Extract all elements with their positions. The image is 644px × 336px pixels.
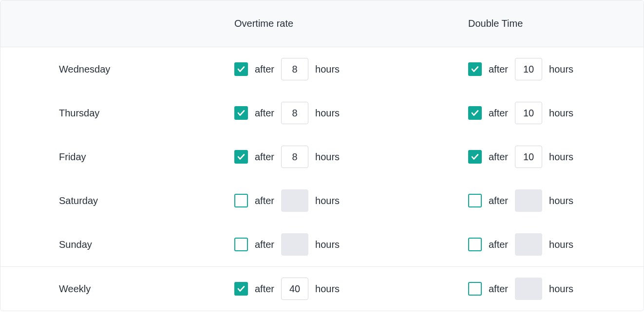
hours-label: hours xyxy=(315,151,340,163)
after-label: after xyxy=(489,283,508,295)
after-label: after xyxy=(255,283,274,295)
hours-label: hours xyxy=(315,64,340,75)
hours-label: hours xyxy=(549,239,573,250)
thursday-overtime-cell: after hours xyxy=(234,102,468,124)
daily-rows: Wednesday after hours after hours Thursd… xyxy=(0,47,644,266)
saturday-doubletime-checkbox[interactable] xyxy=(468,194,482,207)
weekly-doubletime-checkbox[interactable] xyxy=(468,282,482,296)
overtime-settings-panel: Overtime rate Double Time Wednesday afte… xyxy=(0,0,644,311)
saturday-label: Saturday xyxy=(0,195,234,206)
thursday-doubletime-checkbox[interactable] xyxy=(468,106,482,120)
friday-overtime-checkbox[interactable] xyxy=(234,150,248,164)
friday-doubletime-checkbox[interactable] xyxy=(468,150,482,164)
thursday-label: Thursday xyxy=(0,108,234,119)
saturday-overtime-cell: after hours xyxy=(234,189,468,212)
sunday-overtime-input[interactable] xyxy=(281,233,308,256)
table-row: Friday after hours after hours xyxy=(0,135,644,179)
hours-label: hours xyxy=(549,151,573,163)
wednesday-label: Wednesday xyxy=(0,64,234,75)
hours-label: hours xyxy=(549,283,573,295)
sunday-doubletime-checkbox[interactable] xyxy=(468,238,482,251)
friday-overtime-input[interactable] xyxy=(281,146,308,168)
friday-overtime-cell: after hours xyxy=(234,146,468,168)
thursday-overtime-input[interactable] xyxy=(281,102,308,124)
saturday-overtime-checkbox[interactable] xyxy=(234,194,248,207)
after-label: after xyxy=(255,108,274,119)
after-label: after xyxy=(255,151,274,163)
hours-label: hours xyxy=(549,64,573,75)
header-overtime: Overtime rate xyxy=(234,18,468,29)
saturday-doubletime-input[interactable] xyxy=(515,189,542,212)
sunday-overtime-cell: after hours xyxy=(234,233,468,256)
wednesday-overtime-cell: after hours xyxy=(234,58,468,80)
table-header: Overtime rate Double Time xyxy=(0,0,644,47)
table-row: Wednesday after hours after hours xyxy=(0,47,644,91)
sunday-overtime-checkbox[interactable] xyxy=(234,238,248,251)
after-label: after xyxy=(255,239,274,250)
wednesday-overtime-input[interactable] xyxy=(281,58,308,80)
after-label: after xyxy=(255,195,274,206)
hours-label: hours xyxy=(315,239,340,250)
weekly-overtime-checkbox[interactable] xyxy=(234,282,248,296)
after-label: after xyxy=(489,239,508,250)
hours-label: hours xyxy=(549,195,573,206)
wednesday-doubletime-cell: after hours xyxy=(468,58,644,80)
saturday-overtime-input[interactable] xyxy=(281,189,308,212)
after-label: after xyxy=(489,64,508,75)
after-label: after xyxy=(255,64,274,75)
sunday-doubletime-cell: after hours xyxy=(468,233,644,256)
table-row: Sunday after hours after hours xyxy=(0,223,644,266)
after-label: after xyxy=(489,151,508,163)
weekly-label: Weekly xyxy=(0,283,234,295)
after-label: after xyxy=(489,108,508,119)
hours-label: hours xyxy=(315,108,340,119)
weekly-doubletime-input[interactable] xyxy=(515,278,542,300)
thursday-doubletime-cell: after hours xyxy=(468,102,644,124)
hours-label: hours xyxy=(315,283,340,295)
friday-label: Friday xyxy=(0,151,234,163)
wednesday-doubletime-input[interactable] xyxy=(515,58,542,80)
wednesday-overtime-checkbox[interactable] xyxy=(234,62,248,76)
hours-label: hours xyxy=(315,195,340,206)
sunday-label: Sunday xyxy=(0,239,234,250)
friday-doubletime-cell: after hours xyxy=(468,146,644,168)
weekly-overtime-cell: after hours xyxy=(234,278,468,300)
saturday-doubletime-cell: after hours xyxy=(468,189,644,212)
thursday-overtime-checkbox[interactable] xyxy=(234,106,248,120)
weekly-row-container: Weekly after hours after hours xyxy=(0,267,644,311)
weekly-overtime-input[interactable] xyxy=(281,278,308,300)
header-doubletime: Double Time xyxy=(468,18,644,29)
hours-label: hours xyxy=(549,108,573,119)
after-label: after xyxy=(489,195,508,206)
sunday-doubletime-input[interactable] xyxy=(515,233,542,256)
weekly-doubletime-cell: after hours xyxy=(468,278,644,300)
friday-doubletime-input[interactable] xyxy=(515,146,542,168)
table-row: Thursday after hours after hours xyxy=(0,91,644,135)
wednesday-doubletime-checkbox[interactable] xyxy=(468,62,482,76)
table-row: Saturday after hours after hours xyxy=(0,179,644,223)
thursday-doubletime-input[interactable] xyxy=(515,102,542,124)
table-row: Weekly after hours after hours xyxy=(0,267,644,311)
